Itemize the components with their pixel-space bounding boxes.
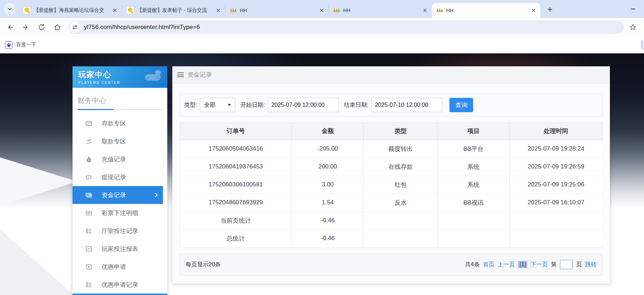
list-squares-icon xyxy=(85,228,92,234)
cell-type: 反水 xyxy=(364,194,438,211)
forum-favicon xyxy=(126,6,134,14)
home-button[interactable] xyxy=(52,22,63,33)
pager: 共4条 首页 上一页 [1] 下一页 第 页 跳转 xyxy=(465,260,597,269)
gold-favicon xyxy=(333,8,340,13)
tab-title: 【新提醒】海燕策略论坛综合交 xyxy=(34,7,109,14)
close-icon[interactable] xyxy=(215,7,221,14)
tab-hh-2[interactable]: HH xyxy=(329,3,432,18)
sidebar-item-withdrawal-records[interactable]: 提现记录 xyxy=(73,168,167,186)
tab-hh-1[interactable]: HH xyxy=(225,3,328,18)
hand-money-icon xyxy=(85,138,92,145)
close-icon[interactable] xyxy=(318,7,325,14)
cell-amount: -205.00 xyxy=(292,140,364,158)
empty-cell xyxy=(364,229,438,247)
cell-type: 红包 xyxy=(364,176,438,194)
cell-amount: 200.00 xyxy=(292,158,364,176)
background-wedge xyxy=(0,229,74,295)
sidebar-item-hall-bet-records[interactable]: 厅室投注记录 xyxy=(73,222,167,240)
reload-button[interactable] xyxy=(36,22,47,33)
cell-project: 系统 xyxy=(438,158,509,176)
summary-row-current-page: 当前页统计 -0.46 xyxy=(180,211,602,229)
table-row: 1752060419376453 200.00 在线存款 系统 2025-07-… xyxy=(180,158,602,176)
new-tab-button[interactable] xyxy=(545,4,555,15)
sidebar-item-funds-records[interactable]: 资金记录 xyxy=(73,186,163,204)
tab-search-button[interactable] xyxy=(4,3,16,15)
url-text[interactable]: yl756.com/hhcp/usercenter.html?iniType=6 xyxy=(84,24,200,31)
main-panel: 资金记录 类型: 全部 开始日期: 结束日期: 查询 xyxy=(172,66,610,284)
site-settings-icon[interactable] xyxy=(70,22,80,33)
banknotes-icon xyxy=(85,192,92,199)
window-edge-accent xyxy=(641,40,643,49)
tab-hh-active[interactable]: HH xyxy=(432,3,540,18)
start-date-input[interactable] xyxy=(268,98,339,112)
baidu-paw-icon xyxy=(5,41,13,49)
sidebar-item-lottery-bet-detail[interactable]: 彩票下注明细 xyxy=(73,204,167,222)
start-date-label: 开始日期: xyxy=(240,101,265,109)
sidebar-item-promo-apply-records[interactable]: 优惠申请记录 xyxy=(73,276,167,294)
col-project: 项目 xyxy=(438,123,509,140)
section-underline xyxy=(78,109,162,110)
sidebar-item-deposit[interactable]: 存款专区 xyxy=(73,114,167,132)
total-count: 共4条 xyxy=(465,261,480,268)
tab-title: HH xyxy=(446,8,527,13)
filter-bar: 类型: 全部 开始日期: 结束日期: 查询 xyxy=(179,94,603,116)
cell-amount: 3.00 xyxy=(292,176,364,194)
sidebar-item-label: 存款专区 xyxy=(102,119,126,128)
end-date-input[interactable] xyxy=(371,98,442,112)
current-page-badge: [1] xyxy=(518,261,527,268)
forward-button[interactable] xyxy=(20,22,32,33)
col-process-time: 处理时间 xyxy=(509,123,602,140)
bookmark-baidu[interactable]: 百度一下 xyxy=(5,41,36,49)
tab-forum-1[interactable]: 【新提醒】海燕策略论坛综合交 xyxy=(19,3,122,18)
cell-order-no: 1752060504063416 xyxy=(180,140,292,158)
bookmark-star-icon[interactable] xyxy=(627,22,638,33)
chevron-right-icon xyxy=(154,192,158,198)
close-icon[interactable] xyxy=(422,7,428,14)
cell-order-no: 1752048607693929 xyxy=(180,194,292,211)
tab-forum-2[interactable]: 【新提醒】发表帖子 - 综合交流 xyxy=(122,3,225,18)
summary-amount: -0.46 xyxy=(292,211,364,229)
list-squares-icon xyxy=(85,281,92,288)
table-header-row: 订单号 金额 类型 项目 处理时间 xyxy=(180,123,602,140)
chart-report-icon xyxy=(85,246,92,252)
search-button[interactable]: 查询 xyxy=(449,98,473,112)
jump-link[interactable]: 跳转 xyxy=(585,261,597,268)
minimize-button[interactable] xyxy=(628,4,638,14)
tab-strip: 【新提醒】海燕策略论坛综合交 【新提醒】发表帖子 - 综合交流 HH xyxy=(0,0,644,18)
forum-favicon xyxy=(23,6,31,14)
prev-page-link[interactable]: 上一页 xyxy=(498,261,515,268)
type-select[interactable]: 全部 xyxy=(200,98,235,112)
tab-title: HH xyxy=(343,8,419,13)
back-button[interactable] xyxy=(4,22,16,33)
sidebar-item-promo-apply[interactable]: 优惠申请 xyxy=(73,258,167,276)
summary-label: 当前页统计 xyxy=(180,211,292,229)
sidebar-section-title: 财务中心 xyxy=(73,88,167,105)
summary-row-total: 总统计 -0.46 xyxy=(180,229,602,247)
next-page-link[interactable]: 下一页 xyxy=(531,261,548,268)
gold-favicon xyxy=(436,8,443,13)
close-icon[interactable] xyxy=(530,7,537,14)
summary-amount: -0.46 xyxy=(292,229,364,247)
sidebar-item-label: 厅室投注记录 xyxy=(102,227,138,235)
gamepad-icon xyxy=(142,69,164,85)
col-type: 类型 xyxy=(364,123,438,140)
address-bar[interactable]: yl756.com/hhcp/usercenter.html?iniType=6 xyxy=(68,20,624,34)
sidebar-item-recharge-records[interactable]: 充值记录 xyxy=(73,150,167,168)
cell-project: BB视讯 xyxy=(438,194,509,211)
sidebar-item-player-bet-report[interactable]: 玩家投注报表 xyxy=(73,240,167,258)
wallet-icon xyxy=(85,174,92,181)
cell-type: 额度转出 xyxy=(364,140,438,158)
page-title: 资金记录 xyxy=(187,71,212,79)
chevron-down-icon xyxy=(228,104,231,106)
empty-cell xyxy=(438,229,509,247)
panel-body: 类型: 全部 开始日期: 结束日期: 查询 订单号 金额 xyxy=(172,84,610,276)
first-page-link[interactable]: 首页 xyxy=(483,261,494,268)
cell-project: 系统 xyxy=(438,176,509,194)
jump-page-input[interactable] xyxy=(560,260,573,269)
cell-process-time: 2025-07-09 19:28:24 xyxy=(509,140,602,158)
list-card-icon xyxy=(85,210,92,217)
sidebar-item-withdraw[interactable]: 取款专区 xyxy=(73,132,167,150)
sidebar: 玩家中心 PLAYERS CENTER 财务中心 存款专区 取款专区 xyxy=(73,66,167,295)
close-icon[interactable] xyxy=(112,7,118,14)
sidebar-item-label: 玩家投注报表 xyxy=(102,245,138,253)
